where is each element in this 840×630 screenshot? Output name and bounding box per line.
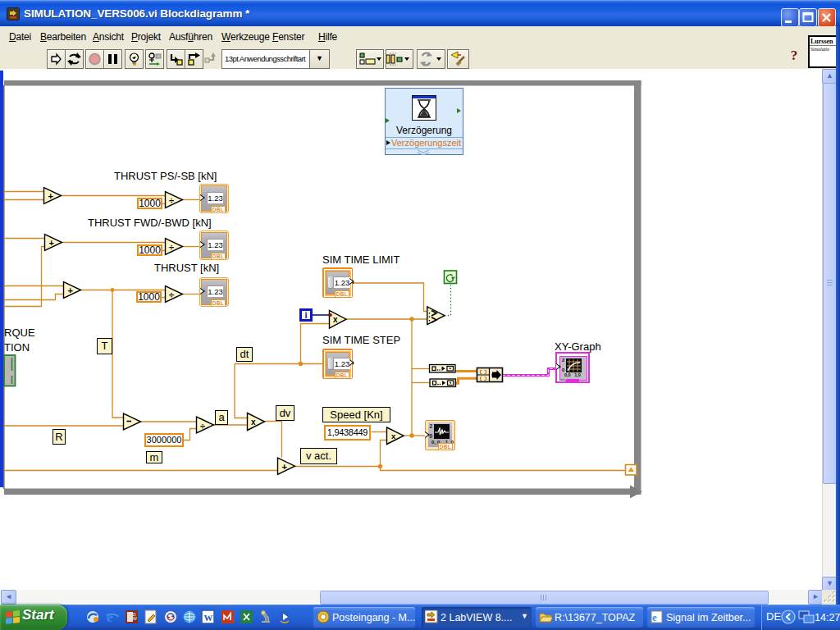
svg-text:e: e bbox=[107, 609, 113, 625]
svg-text:÷: ÷ bbox=[169, 242, 174, 252]
svg-text:W: W bbox=[204, 613, 213, 623]
svg-text:+: + bbox=[48, 191, 53, 201]
svg-text:+: + bbox=[49, 238, 54, 248]
svg-text:W: W bbox=[133, 616, 137, 621]
svg-text:e: e bbox=[652, 611, 657, 623]
svg-text:+: + bbox=[68, 285, 73, 295]
svg-text:x: x bbox=[333, 315, 338, 324]
svg-text:÷: ÷ bbox=[169, 195, 174, 205]
svg-text:÷: ÷ bbox=[200, 421, 205, 431]
svg-text:x: x bbox=[391, 431, 396, 441]
svg-text:÷: ÷ bbox=[169, 290, 174, 299]
svg-text:+: + bbox=[282, 462, 287, 472]
svg-text:x: x bbox=[251, 418, 256, 427]
svg-text:14:27: 14:27 bbox=[815, 612, 840, 623]
